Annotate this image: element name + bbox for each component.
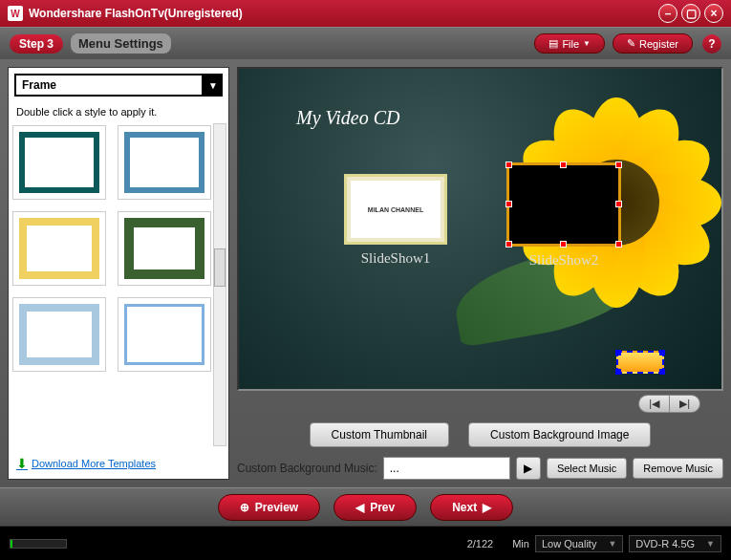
hint-text: Double click a style to apply it. (9, 102, 228, 121)
resize-handle[interactable] (505, 241, 512, 248)
footer-nav: ⊕Preview ◀Prev Next▶ (0, 487, 731, 526)
main-area: Frame ▼ Double click a style to apply it… (0, 59, 731, 487)
frame-style[interactable] (12, 211, 106, 286)
arrow-left-icon: ◀ (355, 501, 364, 514)
resize-handle[interactable] (505, 201, 512, 207)
prev-button[interactable]: ◀Prev (333, 494, 417, 521)
frame-style[interactable] (118, 211, 211, 286)
music-label: Custom Background Music: (237, 462, 377, 475)
prev-page-button[interactable]: |◀ (639, 396, 670, 412)
nav-button-selected[interactable] (616, 351, 664, 374)
music-path-field[interactable]: ... (383, 457, 510, 480)
app-icon: W (8, 6, 23, 21)
thumbnail-image: MILAN CHANNEL (351, 181, 441, 238)
preview-button[interactable]: ⊕Preview (218, 494, 320, 521)
remove-music-button[interactable]: Remove Music (633, 458, 723, 479)
file-button[interactable]: ▤File▼ (534, 33, 605, 54)
frame-style[interactable] (12, 125, 106, 200)
slideshow-item-1[interactable]: MILAN CHANNEL SlideShow1 (344, 174, 447, 267)
progress-text: 2/122 (467, 538, 494, 549)
media-select[interactable]: DVD-R 4.5G▼ (629, 535, 721, 552)
titlebar: W Wondershare FlashOnTv(Unregistered) – … (0, 0, 731, 27)
slideshow-thumbnail (506, 162, 621, 247)
resize-handle[interactable] (615, 241, 622, 248)
file-icon: ▤ (548, 37, 558, 50)
maximize-button[interactable]: ▢ (681, 4, 700, 23)
play-music-button[interactable]: ▶ (516, 457, 541, 480)
resize-handle[interactable] (560, 241, 567, 248)
slideshow-label: SlideShow2 (506, 252, 621, 269)
toolbar: Step 3 Menu Settings ▤File▼ ✎Register ? (0, 27, 731, 59)
menu-preview: My Video CD MILAN CHANNEL SlideShow1 Sli… (237, 67, 723, 391)
custom-thumbnail-button[interactable]: Custom Thumbnail (310, 422, 450, 447)
scrollbar[interactable] (213, 123, 226, 446)
resize-handle[interactable] (505, 162, 512, 168)
preview-icon: ⊕ (240, 501, 249, 514)
register-button[interactable]: ✎Register (613, 33, 693, 54)
slideshow-thumbnail: MILAN CHANNEL (344, 174, 447, 245)
chevron-down-icon[interactable]: ▼ (204, 74, 223, 97)
unit-text: Min (512, 538, 529, 549)
progress-bar (10, 539, 67, 549)
music-controls: Custom Background Music: ... ▶ Select Mu… (237, 457, 723, 480)
frame-style[interactable] (118, 297, 211, 372)
resize-handle[interactable] (560, 162, 567, 168)
scroll-thumb[interactable] (214, 248, 226, 287)
resize-handle[interactable] (615, 201, 622, 207)
download-templates-link[interactable]: ⬇Download More Templates (9, 448, 228, 479)
frame-category-select[interactable]: Frame ▼ (14, 74, 223, 97)
next-button[interactable]: Next▶ (430, 494, 513, 521)
frame-styles-grid (9, 121, 228, 448)
custom-background-button[interactable]: Custom Background Image (468, 422, 651, 447)
app-title: Wondershare FlashOnTv(Unregistered) (29, 7, 655, 20)
custom-controls: Custom Thumbnail Custom Background Image (237, 422, 723, 447)
preview-panel: My Video CD MILAN CHANNEL SlideShow1 Sli… (237, 67, 723, 480)
select-music-button[interactable]: Select Music (547, 458, 627, 479)
arrow-right-icon: ▶ (483, 501, 491, 514)
frame-style[interactable] (12, 297, 106, 372)
key-icon: ✎ (627, 37, 635, 50)
frame-panel: Frame ▼ Double click a style to apply it… (8, 67, 229, 480)
chevron-down-icon: ▼ (706, 539, 715, 549)
slideshow-label: SlideShow1 (344, 250, 447, 267)
statusbar: 2/122 Min Low Quality▼ DVD-R 4.5G▼ (0, 526, 731, 560)
chevron-down-icon: ▼ (608, 539, 616, 549)
preview-nav: |◀ ▶| (237, 391, 723, 417)
slideshow-item-2-selected[interactable]: SlideShow2 (506, 162, 621, 269)
chevron-down-icon: ▼ (583, 39, 591, 48)
minimize-button[interactable]: – (658, 4, 677, 23)
close-button[interactable]: × (704, 4, 723, 23)
download-icon: ⬇ (16, 456, 28, 471)
resize-handle[interactable] (615, 162, 622, 168)
step-title: Menu Settings (71, 33, 171, 54)
frame-category-value: Frame (14, 74, 204, 97)
help-button[interactable]: ? (702, 34, 721, 54)
frame-style[interactable] (118, 125, 211, 200)
next-page-button[interactable]: ▶| (670, 396, 699, 412)
play-icon: ▶ (524, 462, 532, 475)
menu-title[interactable]: My Video CD (296, 107, 400, 129)
quality-select[interactable]: Low Quality▼ (535, 535, 623, 552)
step-badge: Step 3 (10, 34, 63, 54)
